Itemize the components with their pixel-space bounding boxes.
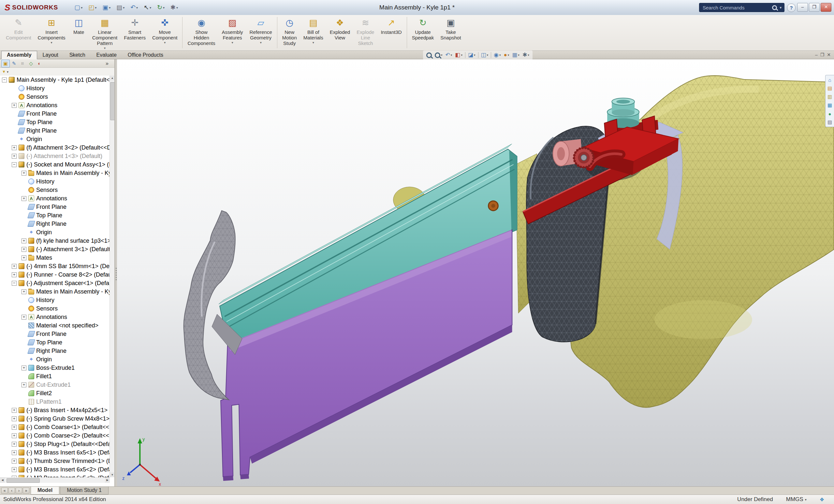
collapse-icon[interactable]: − [12,162,17,167]
custom-properties-button[interactable]: ▨ [827,119,833,125]
tree-item[interactable]: LPattern1 [0,397,110,406]
scroll-left-button[interactable]: ◀ [0,478,5,483]
scroll-down-button[interactable]: ▼ [110,473,115,477]
displaymanager-tab[interactable]: ◐ [35,60,44,67]
tree-item[interactable]: +Annotations [0,101,110,110]
tree-item[interactable]: Sensors [0,304,110,313]
tree-item[interactable]: Front Plane [0,110,110,118]
tree-item[interactable]: History [0,177,110,186]
tree-item[interactable]: Origin [0,135,110,143]
insert-components-button[interactable]: ⊞Insert Components▾ [35,16,69,49]
show-hidden-components-button[interactable]: ◉Show Hidden Components [184,16,218,49]
tab-layout[interactable]: Layout [37,51,64,59]
appearances-scenes-button[interactable]: ● [827,111,833,117]
expand-icon[interactable]: + [12,442,17,446]
options-button[interactable]: ✱▾ [169,3,180,12]
print-button[interactable]: ▤▾ [114,3,127,12]
open-document-button[interactable]: ◰▾ [86,3,98,12]
expand-icon[interactable]: + [22,247,26,252]
update-speedpak-button[interactable]: ↻Update Speedpak [409,16,437,49]
tree-item[interactable]: Origin [0,228,110,236]
file-explorer-button[interactable]: ▥ [827,93,833,100]
section-view-button[interactable]: ◧▾ [454,51,464,59]
minimize-button[interactable]: – [797,3,808,12]
expand-icon[interactable]: + [12,408,17,413]
horizontal-scroll-thumb[interactable] [6,478,40,483]
tree-item[interactable]: Sensors [0,186,110,194]
expand-icon[interactable]: + [22,238,26,243]
tree-item[interactable]: Sensors [0,93,110,101]
apply-scene-button[interactable]: ▦▾ [511,51,521,59]
expand-icon[interactable]: + [12,264,17,269]
tab-evaluate[interactable]: Evaluate [91,51,122,59]
prev-sheet-button[interactable]: ‹ [8,488,15,494]
expand-icon[interactable]: + [12,416,17,421]
expand-icon[interactable]: + [22,196,26,201]
tree-item[interactable]: +(-) M3 Brass Insert 6x5<3> (Defau [0,474,110,477]
tree-item[interactable]: +(f) kyle hand surface 1p3<1> (Def [0,236,110,245]
assembly-features-button[interactable]: ▨Assembly Features▾ [219,16,246,49]
tree-vertical-scrollbar[interactable]: ▲ ▼ [110,75,114,477]
exploded-view-button[interactable]: ❖Exploded View [327,16,354,49]
expand-icon[interactable]: + [22,366,26,370]
tree-item[interactable]: Fillet2 [0,389,110,397]
scroll-right-button[interactable]: ▶ [105,478,110,483]
tree-item[interactable]: +(-) Spring Grub Screw M4x8<1> (De [0,414,110,423]
tab-assembly[interactable]: Assembly [1,51,37,59]
select-button[interactable]: ↖▾ [142,3,153,12]
instant3d-button[interactable]: ↗Instant3D [377,16,405,49]
tree-item[interactable]: +Mates in Main Assembly - Kyle 1p [0,288,110,296]
thumb-wheel[interactable] [574,148,593,167]
tree-item[interactable]: Front Plane [0,203,110,211]
tree-item[interactable]: +(-) Attachment 3<1> (Default<<D [0,245,110,253]
panel-chevron-icon[interactable]: » [106,61,109,66]
collapse-icon[interactable]: − [12,281,17,286]
hide-show-items-button[interactable]: ◉▾ [492,51,502,59]
graphics-area[interactable]: y x z [117,59,834,486]
last-sheet-button[interactable]: » [23,488,29,494]
edit-appearance-button[interactable]: ●▾ [502,51,510,59]
tree-item[interactable]: Top Plane [0,211,110,220]
view-orientation-button[interactable]: ◪▾ [467,51,477,59]
restore-button[interactable]: ❐ [809,3,820,12]
new-document-button[interactable]: ▢▾ [72,3,84,12]
expand-icon[interactable]: + [22,289,26,294]
tree-item[interactable]: +(-) Brass Insert - M4x4p2x5<1> (Def [0,406,110,414]
tree-item[interactable]: +Annotations [0,313,110,321]
graphics-viewport[interactable]: y x z ⌂▤▥▦●▨ [117,59,834,486]
search-commands-box[interactable]: Search Commands ▾ [699,3,785,12]
smart-fasteners-button[interactable]: ✛Smart Fasteners [120,16,149,49]
brass-insert[interactable] [488,201,498,211]
zoom-fit-button[interactable] [425,52,433,59]
expand-icon[interactable]: + [12,103,17,108]
scroll-up-button[interactable]: ▲ [110,75,115,81]
tree-item[interactable]: −(-) Socket and Mount Assy<1> (Defa [0,160,110,169]
rebuild-button[interactable]: ↻▾ [155,3,167,12]
expand-icon[interactable]: + [22,171,26,176]
expand-icon[interactable]: + [22,383,26,387]
expand-icon[interactable]: + [22,255,26,260]
tree-item[interactable]: +(-) Comb Coarse<2> (Default<<Defa [0,431,110,440]
expand-icon[interactable]: + [12,272,17,277]
search-dropdown-arrow-icon[interactable]: ▾ [780,5,782,10]
tree-item[interactable]: +Annotations [0,194,110,203]
configurationmanager-tab[interactable]: ⌗ [18,60,27,67]
tree-item[interactable]: History [0,296,110,304]
tree-item[interactable]: +(-) Attachment 1<3> (Default) [0,152,110,160]
tab-motion-study-1[interactable]: Motion Study 1 [60,487,109,495]
zoom-area-button[interactable]: ▾ [434,52,444,59]
next-sheet-button[interactable]: › [16,488,22,494]
take-snapshot-button[interactable]: ▣Take Snapshot [437,16,464,49]
tab-office-products[interactable]: Office Products [122,51,169,59]
linear-component-pattern-button[interactable]: ▦Linear Component Pattern▾ [89,16,121,49]
previous-view-button[interactable]: ↶▾ [444,51,454,59]
tab-model[interactable]: Model [31,487,59,495]
tree-item[interactable]: −(-) Adjustment Spacer<1> (Default< [0,279,110,288]
tree-horizontal-scrollbar[interactable]: ◀ ▶ [0,477,110,483]
mate-button[interactable]: ◫Mate [69,16,89,49]
tree-item[interactable]: +(-) Comb Coarse<1> (Default<<Defa [0,423,110,431]
reference-geometry-button[interactable]: ▱Reference Geometry▾ [246,16,276,49]
display-style-button[interactable]: ◫▾ [480,51,490,59]
propertymanager-tab[interactable]: ✎ [10,60,18,67]
tree-item[interactable]: Right Plane [0,220,110,228]
